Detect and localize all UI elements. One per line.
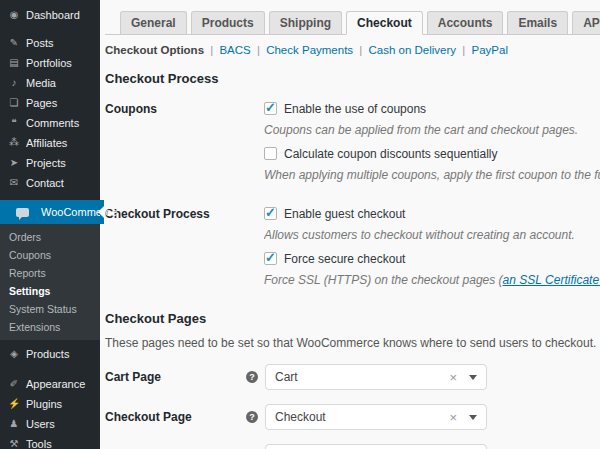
guest-checkout-checkbox[interactable] [264, 207, 277, 220]
ssl-certificate-link[interactable]: an SSL Certificate is required [503, 273, 600, 287]
sidebar-item-label: Affiliates [26, 137, 67, 149]
tab-checkout[interactable]: Checkout [346, 11, 423, 35]
subnav-separator: | [210, 44, 213, 56]
checkout-subnav: Checkout Options | BACS | Check Payments… [105, 44, 600, 56]
group-icon: ⁂ [8, 138, 20, 148]
sidebar-item-label: Posts [26, 37, 54, 49]
sidebar-item-label: WooCommerce [41, 206, 117, 218]
sidebar-item-label: Pages [26, 97, 57, 109]
field-description: When applying multiple coupons, apply th… [264, 168, 600, 182]
checkbox-label: Enable guest checkout [284, 207, 405, 221]
clear-selection-icon[interactable]: × [449, 371, 457, 384]
submenu-item-extensions[interactable]: Extensions [0, 318, 100, 336]
sidebar-item-label: Plugins [26, 398, 62, 410]
wrench-icon: ⚒ [8, 439, 20, 449]
settings-content: GeneralProductsShippingCheckoutAccountsE… [100, 0, 600, 449]
sidebar-item-dashboard[interactable]: ◉ Dashboard [0, 5, 100, 25]
guest-checkout-checkbox-row[interactable]: Enable guest checkout [246, 206, 600, 221]
select-value: Checkout [275, 410, 449, 424]
sidebar-item-comments[interactable]: ❝ Comments [0, 113, 100, 133]
tab-general[interactable]: General [120, 11, 187, 34]
field-label: Coupons [105, 101, 246, 191]
sidebar-item-media[interactable]: ♪ Media [0, 73, 100, 93]
form-row-checkout-page: Checkout Page ? Checkout × [105, 404, 600, 430]
tab-products[interactable]: Products [191, 11, 265, 34]
subnav-separator: | [257, 44, 260, 56]
comment-bubble-icon: ❝ [8, 118, 20, 128]
subnav-link-bacs[interactable]: BACS [219, 44, 250, 56]
sidebar-item-affiliates[interactable]: ⁂ Affiliates [0, 133, 100, 153]
pushpin-icon: ✎ [8, 38, 20, 48]
sidebar-item-tools[interactable]: ⚒ Tools [0, 434, 100, 449]
tab-emails[interactable]: Emails [507, 11, 568, 34]
subnav-separator: | [359, 44, 362, 56]
checkbox-label: Calculate coupon discounts sequentially [284, 147, 497, 161]
field-label: Checkout Page [105, 410, 246, 424]
sidebar-item-portfolios[interactable]: ▤ Portfolios [0, 53, 100, 73]
field-description: Coupons can be applied from the cart and… [264, 123, 600, 137]
sidebar-item-projects[interactable]: ➤ Projects [0, 153, 100, 173]
checkout-page-select[interactable]: Checkout × [265, 404, 487, 430]
brush-icon: ✐ [8, 379, 20, 389]
subnav-current-checkout-options: Checkout Options [105, 44, 204, 56]
cart-page-select[interactable]: Cart × [265, 364, 487, 390]
sidebar-item-label: Projects [26, 157, 66, 169]
chevron-down-icon [469, 375, 477, 380]
clear-selection-icon[interactable]: × [449, 411, 457, 424]
section-title-checkout-pages: Checkout Pages [105, 311, 600, 326]
sidebar-item-label: Portfolios [26, 57, 72, 69]
subnav-link-cash-on-delivery[interactable]: Cash on Delivery [369, 44, 457, 56]
box-icon: ◈ [8, 349, 20, 359]
sidebar-item-woocommerce[interactable]: WooCommerce [0, 200, 100, 224]
field-description: Allows customers to checkout without cre… [264, 228, 600, 242]
checkbox-label: Enable the use of coupons [284, 102, 426, 116]
description-text: Force SSL (HTTPS) on the checkout pages … [264, 273, 503, 287]
tab-shipping[interactable]: Shipping [269, 11, 342, 34]
field-description: Force SSL (HTTPS) on the checkout pages … [264, 273, 600, 287]
help-icon[interactable]: ? [246, 411, 258, 423]
sidebar-item-pages[interactable]: ❏ Pages [0, 93, 100, 113]
plug-icon: ⚡ [8, 399, 20, 409]
terms-page-select[interactable]: Select a page... [265, 444, 487, 449]
submenu-item-orders[interactable]: Orders [0, 228, 100, 246]
submenu-item-settings[interactable]: Settings [0, 282, 100, 300]
force-secure-checkbox-row[interactable]: Force secure checkout [246, 251, 600, 266]
sidebar-item-contact[interactable]: ✉ Contact [0, 173, 100, 193]
form-row-terms-and-conditions: Terms and Conditions ? Select a page... [105, 444, 600, 449]
chevron-down-icon [469, 415, 477, 420]
sidebar-item-products[interactable]: ◈ Products [0, 344, 100, 364]
submenu-item-coupons[interactable]: Coupons [0, 246, 100, 264]
field-label: Checkout Process [105, 206, 246, 296]
folder-icon: ▤ [8, 58, 20, 68]
envelope-icon: ✉ [8, 178, 20, 188]
sidebar-item-plugins[interactable]: ⚡ Plugins [0, 394, 100, 414]
form-row-coupons: Coupons Enable the use of coupons Coupon… [105, 101, 600, 191]
enable-coupons-checkbox[interactable] [264, 102, 277, 115]
subnav-separator: | [462, 44, 465, 56]
force-secure-checkbox[interactable] [264, 252, 277, 265]
sidebar-item-appearance[interactable]: ✐ Appearance [0, 374, 100, 394]
sidebar-item-label: Comments [26, 117, 79, 129]
field-label: Cart Page [105, 370, 246, 384]
tab-api[interactable]: API [572, 11, 600, 34]
submenu-item-system-status[interactable]: System Status [0, 300, 100, 318]
sidebar-item-label: Dashboard [26, 9, 80, 21]
form-row-checkout-process: Checkout Process Enable guest checkout A… [105, 206, 600, 296]
dart-icon: ➤ [8, 158, 20, 168]
media-icon: ♪ [8, 78, 20, 88]
subnav-link-check-payments[interactable]: Check Payments [266, 44, 353, 56]
sequential-coupons-checkbox-row[interactable]: Calculate coupon discounts sequentially [246, 146, 600, 161]
sidebar-item-posts[interactable]: ✎ Posts [0, 33, 100, 53]
sidebar-item-label: Products [26, 348, 69, 360]
sidebar-item-users[interactable]: ♟ Users [0, 414, 100, 434]
tab-accounts[interactable]: Accounts [427, 11, 504, 34]
sidebar-item-label: Appearance [26, 378, 85, 390]
sequential-coupons-checkbox[interactable] [264, 147, 277, 160]
select-value: Cart [275, 370, 449, 384]
sidebar-item-label: Users [26, 418, 55, 430]
admin-sidebar: ◉ Dashboard ✎ Posts ▤ Portfolios ♪ Media… [0, 0, 100, 449]
subnav-link-paypal[interactable]: PayPal [472, 44, 508, 56]
submenu-item-reports[interactable]: Reports [0, 264, 100, 282]
help-icon[interactable]: ? [246, 371, 258, 383]
enable-coupons-checkbox-row[interactable]: Enable the use of coupons [246, 101, 600, 116]
